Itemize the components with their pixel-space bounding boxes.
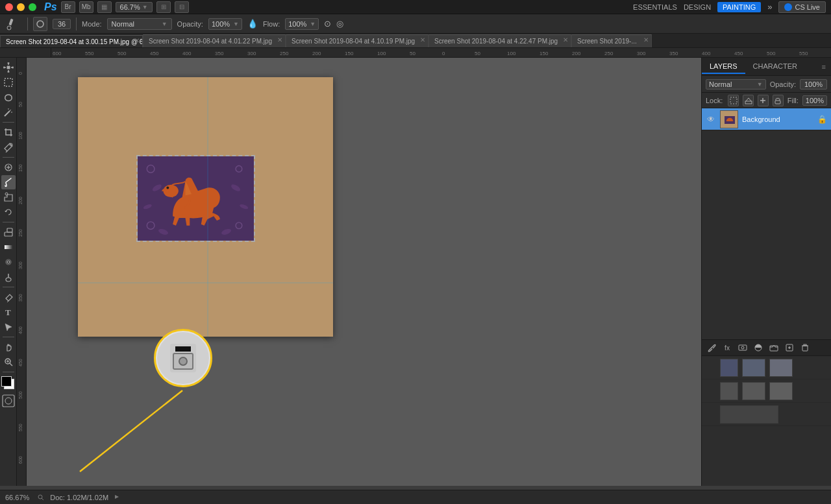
airbrush-toggle[interactable]: 💧 bbox=[247, 19, 258, 29]
status-arrow-btn[interactable] bbox=[114, 494, 120, 501]
tab-close-4[interactable]: ✕ bbox=[643, 36, 649, 43]
svg-text:200: 200 bbox=[18, 197, 23, 204]
view-btn[interactable]: ⊟ bbox=[175, 1, 189, 13]
svg-point-0 bbox=[7, 26, 11, 30]
status-zoom-btn[interactable] bbox=[37, 494, 45, 501]
add-mask-btn[interactable] bbox=[736, 341, 750, 355]
design-btn[interactable]: DESIGN bbox=[684, 3, 711, 11]
crop-tool[interactable] bbox=[1, 125, 16, 139]
brush-size-value[interactable]: 36 bbox=[53, 19, 71, 29]
layer-visibility-btn[interactable]: 👁 bbox=[706, 114, 716, 125]
svg-text:400: 400 bbox=[18, 326, 23, 334]
pressure-flow-btn[interactable]: ⊙ bbox=[324, 19, 331, 29]
hand-tool[interactable] bbox=[1, 340, 16, 354]
brush-tool[interactable] bbox=[1, 175, 16, 189]
maximize-button[interactable] bbox=[29, 3, 36, 11]
mini-bridge-btn[interactable]: Mb bbox=[79, 1, 93, 13]
layers-tab[interactable]: LAYERS bbox=[702, 60, 745, 74]
svg-text:100: 100 bbox=[377, 51, 386, 56]
svg-text:450: 450 bbox=[150, 51, 159, 56]
layer-mode-select[interactable]: Normal ▼ bbox=[706, 79, 766, 90]
svg-point-43 bbox=[6, 278, 11, 282]
tab-close-1[interactable]: ✕ bbox=[277, 36, 282, 43]
healing-brush-tool[interactable] bbox=[1, 160, 16, 174]
panel-close-btn[interactable]: ≡ bbox=[817, 60, 831, 73]
delete-layer-btn[interactable] bbox=[798, 341, 812, 355]
document-canvas[interactable] bbox=[78, 77, 333, 337]
svg-text:550: 550 bbox=[85, 51, 94, 56]
tab-4[interactable]: Screen Shot 2019-... ✕ bbox=[571, 34, 652, 47]
tab-close-0[interactable]: ✕ bbox=[134, 37, 140, 44]
screen-mode-btn[interactable]: ▦ bbox=[97, 1, 112, 13]
tab-3[interactable]: Screen Shot 2019-08-04 at 4.22.47 PM.jpg… bbox=[428, 34, 571, 47]
magic-wand-tool[interactable] bbox=[1, 105, 16, 119]
text-tool[interactable]: T bbox=[1, 305, 16, 319]
eraser-tool[interactable] bbox=[1, 225, 16, 239]
character-tab[interactable]: CHARACTER bbox=[745, 60, 805, 74]
mag-tool-camera bbox=[173, 353, 193, 370]
path-select-tool[interactable] bbox=[1, 320, 16, 334]
faded-thumb-2 bbox=[742, 359, 765, 377]
svg-rect-97 bbox=[802, 346, 808, 351]
quick-mask-btn[interactable] bbox=[1, 394, 16, 409]
lock-transparent-btn[interactable] bbox=[728, 95, 739, 106]
status-bar: 66.67% Doc: 1.02M/1.02M bbox=[0, 490, 831, 504]
tab-1[interactable]: Screen Shot 2019-08-04 at 4.01.22 PM.jpg… bbox=[143, 34, 286, 47]
close-button[interactable] bbox=[5, 3, 13, 11]
marquee-tool[interactable] bbox=[1, 75, 16, 90]
painting-btn[interactable]: PAINTING bbox=[717, 2, 761, 12]
lasso-tool[interactable] bbox=[1, 90, 16, 104]
link-layers-btn[interactable] bbox=[704, 341, 719, 355]
sep4 bbox=[3, 287, 14, 287]
arrange-btn[interactable]: ⊞ bbox=[156, 1, 171, 13]
svg-text:200: 200 bbox=[312, 51, 321, 56]
adjustment-btn[interactable] bbox=[751, 341, 765, 355]
brush-preset-btn[interactable] bbox=[33, 17, 47, 31]
fill-value-input[interactable]: 100% bbox=[802, 95, 827, 106]
brush-tool-options-icon[interactable] bbox=[4, 15, 22, 33]
zoom-display[interactable]: 66.7% ▼ bbox=[116, 2, 153, 12]
svg-text:350: 350 bbox=[669, 51, 678, 56]
clone-stamp-tool[interactable] bbox=[1, 190, 16, 204]
more-workspaces-btn[interactable]: » bbox=[767, 2, 772, 12]
svg-text:50: 50 bbox=[475, 51, 480, 56]
tab-close-2[interactable]: ✕ bbox=[420, 36, 425, 43]
svg-text:450: 450 bbox=[734, 51, 743, 56]
move-tool[interactable] bbox=[1, 60, 16, 75]
blur-tool[interactable] bbox=[1, 255, 16, 269]
pressure-size-btn[interactable]: ◎ bbox=[336, 19, 343, 29]
tab-close-3[interactable]: ✕ bbox=[563, 36, 568, 43]
gradient-tool[interactable] bbox=[1, 240, 16, 254]
lock-image-btn[interactable] bbox=[743, 95, 754, 106]
new-group-btn[interactable] bbox=[767, 341, 781, 355]
faded-thumb-1 bbox=[720, 359, 738, 377]
svg-text:250: 250 bbox=[18, 229, 23, 237]
mag-tool-lens bbox=[179, 357, 188, 366]
mode-select[interactable]: Normal ▼ bbox=[107, 18, 172, 30]
zoom-tool[interactable] bbox=[1, 355, 16, 369]
lock-all-btn[interactable] bbox=[773, 95, 784, 106]
opacity-input[interactable]: 100% ▼ bbox=[208, 18, 242, 30]
tab-2[interactable]: Screen Shot 2019-08-04 at 4.10.19 PM.jpg… bbox=[286, 34, 428, 47]
fg-color-swatch[interactable] bbox=[1, 376, 12, 387]
ps-logo: Ps bbox=[44, 1, 57, 13]
svg-rect-90 bbox=[739, 345, 747, 350]
svg-text:100: 100 bbox=[18, 132, 23, 139]
flow-input[interactable]: 100% ▼ bbox=[285, 18, 319, 30]
eyedropper-tool[interactable] bbox=[1, 140, 16, 154]
cs-live-btn[interactable]: CS Live bbox=[778, 1, 826, 13]
layer-background[interactable]: 👁 Background 🔒 bbox=[702, 108, 831, 130]
svg-text:500: 500 bbox=[18, 391, 23, 399]
bridge-btn[interactable]: Br bbox=[61, 1, 75, 13]
layer-opacity-input[interactable]: 100% bbox=[800, 79, 827, 90]
lock-position-btn[interactable] bbox=[758, 95, 769, 106]
history-brush-tool[interactable] bbox=[1, 205, 16, 219]
dodge-tool[interactable] bbox=[1, 270, 16, 284]
lock-row: Lock: Fill: 100% bbox=[702, 93, 831, 108]
new-layer-btn[interactable] bbox=[782, 341, 797, 355]
tab-0[interactable]: Screen Shot 2019-08-04 at 3.00.15 PM.jpg… bbox=[0, 35, 143, 48]
fx-btn[interactable]: fx bbox=[720, 341, 734, 355]
essentials-btn[interactable]: ESSENTIALS bbox=[633, 3, 677, 11]
minimize-button[interactable] bbox=[17, 3, 25, 11]
pen-tool[interactable] bbox=[1, 290, 16, 304]
